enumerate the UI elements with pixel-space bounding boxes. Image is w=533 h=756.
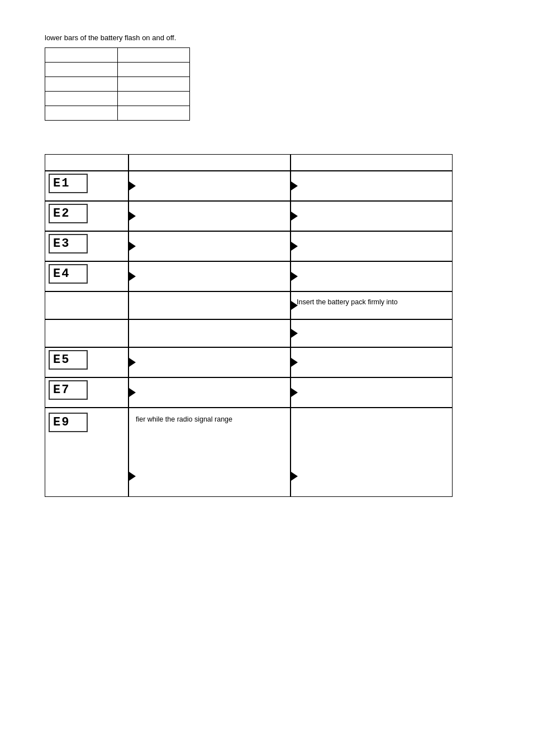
grid-header-col2 (129, 154, 291, 171)
table-row (45, 106, 190, 121)
table-row (45, 77, 190, 92)
arrow-icon (129, 242, 136, 251)
table-cell (45, 48, 118, 63)
grid-row3-col2 (129, 231, 291, 261)
grid-row2-col2 (129, 201, 291, 231)
arrow-icon (129, 388, 136, 397)
arrow-icon (291, 472, 298, 481)
grid-row3-col1: E3 (45, 231, 129, 261)
table-cell (117, 77, 190, 92)
top-table (45, 47, 190, 121)
table-cell (45, 106, 118, 121)
table-cell (117, 63, 190, 77)
grid-row7-col2 (129, 347, 291, 377)
arrow-icon (291, 242, 298, 251)
grid-row2-col3 (291, 201, 453, 231)
arrow-icon (129, 472, 136, 481)
table-cell (117, 48, 190, 63)
table-row (45, 63, 190, 77)
grid-row1-col2 (129, 171, 291, 201)
main-grid: E1 E2 E3 E4 (45, 154, 488, 497)
grid-row4-col3 (291, 261, 453, 291)
lcd-code-e3: E3 (49, 234, 88, 253)
grid-row6-col3 (291, 319, 453, 347)
arrow-icon (129, 358, 136, 367)
grid-row3-col3 (291, 231, 453, 261)
arrow-icon (291, 301, 298, 310)
arrow-icon (129, 272, 136, 281)
arrow-icon (291, 358, 298, 367)
grid-header-col3 (291, 154, 453, 171)
grid-row1-col1: E1 (45, 171, 129, 201)
table-cell (117, 106, 190, 121)
grid-header-col1 (45, 154, 129, 171)
radio-signal-text: fier while the radio signal range (135, 413, 234, 485)
grid-row4-col2 (129, 261, 291, 291)
grid-row8-col2 (129, 377, 291, 408)
table-row (45, 92, 190, 106)
arrow-icon (291, 181, 298, 190)
page-wrapper: lower bars of the battery flash on and o… (0, 0, 533, 519)
arrow-icon (291, 212, 298, 221)
lcd-code-e7: E7 (49, 380, 88, 400)
grid-row1-col3 (291, 171, 453, 201)
grid-row2-col1: E2 (45, 201, 129, 231)
table-cell (45, 63, 118, 77)
arrow-icon (129, 212, 136, 221)
table-cell (117, 92, 190, 106)
lcd-code-e5: E5 (49, 350, 88, 370)
table-cell (45, 77, 118, 92)
grid-row7-col3 (291, 347, 453, 377)
grid-row5-col3: Insert the battery pack firmly into (291, 291, 453, 319)
top-description: lower bars of the battery flash on and o… (45, 34, 488, 42)
table-row (45, 48, 190, 63)
lcd-code-e1: E1 (49, 174, 88, 193)
grid-row5-col2 (129, 291, 291, 319)
lcd-code-e9: E9 (49, 413, 88, 432)
battery-insert-text: Insert the battery pack firmly into (296, 295, 399, 310)
arrow-icon (129, 181, 136, 190)
grid-row9-col2: fier while the radio signal range (129, 408, 291, 497)
arrow-icon (291, 388, 298, 397)
arrow-icon (291, 272, 298, 281)
grid-row8-col1: E7 (45, 377, 129, 408)
arrow-icon (291, 329, 298, 338)
grid-row5-col1 (45, 291, 129, 319)
grid-row6-col1 (45, 319, 129, 347)
grid-row8-col3 (291, 377, 453, 408)
grid-row7-col1: E5 (45, 347, 129, 377)
grid-row4-col1: E4 (45, 261, 129, 291)
grid-row6-col2 (129, 319, 291, 347)
lcd-code-e2: E2 (49, 204, 88, 223)
grid-row9-col1: E9 (45, 408, 129, 497)
grid-row9-col3 (291, 408, 453, 497)
table-cell (45, 92, 118, 106)
lcd-code-e4: E4 (49, 264, 88, 284)
